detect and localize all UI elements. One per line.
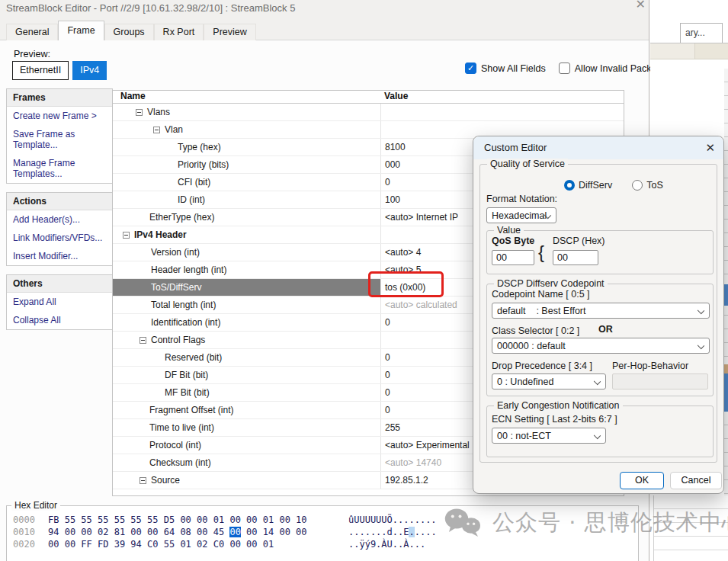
sidebar-item-manage-frame-templates[interactable]: Manage Frame Templates... bbox=[7, 154, 112, 183]
tree-name-cell[interactable]: Source bbox=[113, 472, 380, 489]
tree-label: Version (int) bbox=[151, 247, 200, 258]
window-close-icon[interactable]: ✕ bbox=[636, 0, 646, 11]
tree-label: IPv4 Header bbox=[134, 229, 187, 240]
tab-rx-port[interactable]: Rx Port bbox=[154, 24, 204, 40]
tree-name-cell[interactable]: EtherType (hex) bbox=[113, 209, 380, 226]
tree-name-cell[interactable]: Fragment Offset (int) bbox=[113, 402, 380, 418]
tree-label: Header length (int) bbox=[151, 264, 226, 275]
format-notation-label: Format Notation: bbox=[486, 194, 557, 204]
tree-label: Time to live (int) bbox=[149, 422, 214, 433]
dialog-close-icon[interactable]: ✕ bbox=[705, 141, 715, 155]
diffserv-radio[interactable]: DiffServ bbox=[564, 180, 612, 191]
tree-label: Source bbox=[151, 475, 180, 486]
codepoint-name-label: Codepoint Name [ 0:5 ] bbox=[492, 289, 590, 300]
dialog-title: Custom Editor bbox=[484, 142, 547, 153]
tree-name-cell[interactable]: ID (int) bbox=[113, 191, 380, 208]
tree-name-cell[interactable]: DF Bit (bit) bbox=[113, 367, 380, 383]
chevron-down-icon bbox=[698, 307, 704, 314]
tree-label: EtherType (hex) bbox=[149, 212, 214, 223]
header-options: ✓Show All FieldsAllow Invalid Packets bbox=[465, 63, 664, 74]
preview-label: Preview: bbox=[14, 49, 50, 59]
tree-name-cell[interactable]: Vlans bbox=[113, 104, 380, 120]
drop-precedence-select[interactable]: 0 : Undefined bbox=[492, 373, 606, 389]
tree-name-cell[interactable]: Protocol (int) bbox=[113, 437, 380, 454]
tree-name-cell[interactable]: Version (int) bbox=[113, 244, 380, 261]
tree-name-cell[interactable]: MF Bit (bit) bbox=[113, 384, 380, 401]
tree-name-cell[interactable]: ToS/DiffServ bbox=[113, 279, 380, 296]
background-tab[interactable]: ary... bbox=[680, 23, 723, 43]
collapse-minus-icon[interactable] bbox=[136, 109, 143, 116]
sidebar-section-title: Actions bbox=[7, 193, 112, 210]
tree-label: DF Bit (bit) bbox=[165, 370, 208, 380]
preview-header-button-ethernetii[interactable]: EthernetII bbox=[12, 61, 69, 80]
class-selector-select[interactable]: 000000 : default bbox=[492, 338, 710, 354]
checkbox-checked-icon[interactable]: ✓ bbox=[465, 63, 476, 74]
sidebar-item-create-new-frame[interactable]: Create new Frame > bbox=[7, 107, 112, 125]
tree-name-cell[interactable]: Checksum (int) bbox=[113, 454, 380, 471]
tab-frame[interactable]: Frame bbox=[58, 21, 104, 40]
dscp-hex-input[interactable] bbox=[553, 250, 598, 265]
codepoint-name-select[interactable]: default : Best Effort bbox=[492, 303, 710, 319]
tree-name-cell[interactable]: Header length (int) bbox=[113, 261, 380, 278]
codepoint-name-value: default : Best Effort bbox=[497, 306, 586, 316]
collapse-minus-icon[interactable] bbox=[123, 232, 130, 239]
checkbox-unchecked-icon[interactable] bbox=[559, 63, 570, 74]
hex-ascii: .......d..E..... bbox=[348, 526, 437, 538]
tree-name-cell[interactable]: Identification (int) bbox=[113, 314, 380, 331]
tos-radio[interactable]: ToS bbox=[632, 180, 663, 191]
chevron-down-icon bbox=[698, 342, 704, 349]
tree-row-vlans[interactable]: Vlans bbox=[113, 104, 624, 121]
tree-name-cell[interactable]: IPv4 Header bbox=[113, 226, 380, 243]
sidebar-item-expand-all[interactable]: Expand All bbox=[7, 293, 112, 311]
hex-offset: 0020 bbox=[13, 538, 48, 550]
sidebar-item-add-header-s[interactable]: Add Header(s)... bbox=[7, 210, 112, 229]
tab-preview[interactable]: Preview bbox=[204, 24, 255, 40]
tree-label: Protocol (int) bbox=[149, 440, 201, 450]
format-notation-select[interactable]: Hexadecimal bbox=[486, 207, 556, 223]
qos-byte-label: QoS Byte bbox=[492, 236, 534, 246]
cancel-button[interactable]: Cancel bbox=[670, 472, 722, 489]
tree-name-cell[interactable]: Type (hex) bbox=[113, 139, 380, 155]
collapse-minus-icon[interactable] bbox=[140, 337, 146, 344]
ok-button[interactable]: OK bbox=[620, 472, 664, 489]
hex-row-0020[interactable]: 002000 00 FF FD 39 94 C0 55 01 02 C0 00 … bbox=[13, 538, 638, 550]
tree-name-cell[interactable]: Control Flags bbox=[113, 332, 380, 348]
preview-header-button-ipv4[interactable]: IPv4 bbox=[72, 61, 107, 80]
tree-label: Control Flags bbox=[151, 335, 205, 345]
sidebar-item-collapse-all[interactable]: Collapse All bbox=[7, 311, 112, 329]
tos-radio-label: ToS bbox=[646, 180, 663, 191]
or-label: OR bbox=[598, 324, 613, 335]
tree-name-cell[interactable]: Reserved (bit) bbox=[113, 349, 380, 366]
sidebar-section-frames: FramesCreate new Frame >Save Frame as Te… bbox=[6, 88, 113, 184]
ecn-setting-select[interactable]: 00 : not-ECT bbox=[492, 428, 606, 444]
sidebar-item-save-frame-as-template[interactable]: Save Frame as Template... bbox=[7, 125, 112, 154]
tree-name-cell[interactable]: Priority (bits) bbox=[113, 156, 380, 173]
background-row-sliver bbox=[724, 69, 728, 495]
collapse-minus-icon[interactable] bbox=[140, 477, 146, 484]
class-selector-label: Class Selector [ 0:2 ] bbox=[492, 325, 579, 336]
sidebar-item-link-modifiers-vfds[interactable]: Link Modifiers/VFDs... bbox=[7, 229, 112, 247]
hex-selected-byte[interactable]: 00 bbox=[229, 527, 240, 537]
tree-name-cell[interactable]: Vlan bbox=[113, 121, 380, 138]
tree-name-cell[interactable]: Total length (int) bbox=[113, 297, 380, 313]
class-selector-value: 000000 : default bbox=[497, 341, 566, 351]
option-show-all-fields[interactable]: ✓Show All Fields bbox=[465, 63, 546, 74]
tab-general[interactable]: General bbox=[6, 24, 58, 40]
qos-byte-input[interactable] bbox=[492, 250, 534, 265]
tree-label: ToS/DiffServ bbox=[151, 282, 201, 293]
sidebar-item-insert-modifier[interactable]: Insert Modifier... bbox=[7, 247, 112, 265]
tree-label: Identification (int) bbox=[151, 317, 220, 328]
tree-label: Fragment Offset (int) bbox=[149, 405, 233, 415]
tab-groups[interactable]: Groups bbox=[104, 24, 154, 40]
tree-name-cell[interactable]: CFI (bit) bbox=[113, 174, 380, 191]
dialog-titlebar: Custom Editor ✕ bbox=[473, 136, 723, 159]
hex-bytes[interactable]: FB 55 55 55 55 55 55 D5 00 00 01 00 00 0… bbox=[48, 514, 332, 526]
option-allow-invalid-packets[interactable]: Allow Invalid Packets bbox=[559, 63, 664, 74]
hex-bytes[interactable]: 00 00 FF FD 39 94 C0 55 01 02 C0 00 00 0… bbox=[48, 538, 332, 550]
tree-value[interactable] bbox=[380, 104, 624, 120]
collapse-minus-icon[interactable] bbox=[153, 127, 160, 133]
value-group-label: Value bbox=[494, 225, 524, 236]
value-group: Value QoS Byte DSCP (Hex) { bbox=[486, 230, 714, 274]
tree-name-cell[interactable]: Time to live (int) bbox=[113, 419, 380, 436]
hex-bytes[interactable]: 94 00 00 02 81 00 00 64 08 00 45 00 00 1… bbox=[48, 526, 332, 538]
